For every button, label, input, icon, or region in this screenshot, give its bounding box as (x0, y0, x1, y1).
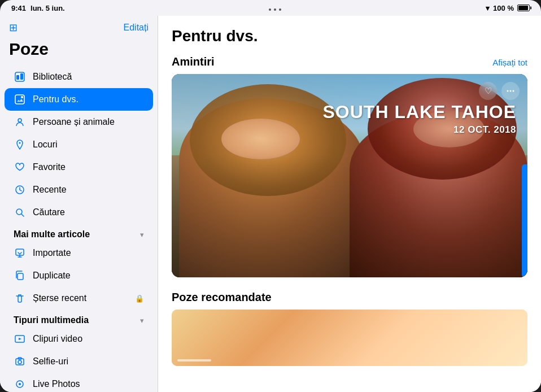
sidebar-title: Poze (0, 37, 158, 66)
sidebar: ⊞ Editați Poze Bibliotecă (0, 16, 158, 392)
sidebar-item-recente[interactable]: Recente (5, 178, 153, 201)
mai-multe-title: Mai multe articole (14, 229, 90, 239)
main-title: Pentru dvs. (172, 27, 527, 45)
sidebar-label-favorite: Favorite (33, 162, 144, 172)
battery-fill (518, 6, 528, 10)
memories-section-row: Amintiri Afișați tot (172, 55, 527, 68)
memories-label: Amintiri (172, 55, 215, 68)
sidebar-item-duplicate[interactable]: Duplicate (5, 264, 153, 287)
memory-card[interactable]: ♡ SOUTH LAKE TAHOE 12 OCT. 2018 (172, 74, 527, 277)
selfie-icon (14, 355, 26, 368)
sidebar-item-cautare[interactable]: Căutare (5, 201, 153, 224)
tipuri-section: Clipuri video Selfie-uri (0, 328, 158, 392)
memory-more-button[interactable] (501, 82, 520, 100)
svg-rect-1 (16, 75, 19, 80)
sidebar-item-live[interactable]: Live Photos (5, 373, 153, 392)
svg-point-21 (510, 90, 512, 92)
svg-point-17 (19, 383, 21, 385)
status-bar-left: 9:41 lun. 5 iun. (11, 4, 65, 12)
sidebar-label-biblioteca: Bibliotecă (33, 72, 144, 82)
sidebar-header: ⊞ Editați (0, 16, 158, 37)
sidebar-toggle-icon[interactable]: ⊞ (9, 21, 18, 34)
recommended-section: Poze recomandate (172, 291, 527, 366)
recente-icon (14, 184, 26, 196)
locuri-icon (14, 138, 26, 151)
sidebar-item-sterse[interactable]: Șterse recent 🔒 (5, 287, 153, 310)
sidebar-label-sterse: Șterse recent (33, 293, 128, 303)
importate-icon (14, 247, 26, 259)
sidebar-label-pentru-dvs: Pentru dvs. (33, 94, 144, 104)
sidebar-item-favorite[interactable]: Favorite (5, 156, 153, 178)
mai-multe-section-header[interactable]: Mai multe articole ▾ (0, 224, 158, 242)
scroll-indicator (522, 164, 527, 277)
svg-rect-11 (18, 273, 23, 280)
svg-point-20 (507, 90, 509, 92)
svg-point-6 (19, 142, 21, 144)
memory-love-button[interactable]: ♡ (479, 82, 497, 100)
sidebar-label-cautare: Căutare (33, 207, 144, 217)
svg-rect-3 (15, 95, 24, 104)
sidebar-main-section: Bibliotecă Pentru dvs. (0, 66, 158, 224)
biblioteca-icon (14, 71, 26, 83)
recommended-preview[interactable] (172, 310, 527, 366)
thumbnail-bar (177, 359, 211, 361)
app-container: ⊞ Editați Poze Bibliotecă (0, 16, 541, 392)
sidebar-item-clipuri[interactable]: Clipuri video (5, 328, 153, 350)
recommended-section-row: Poze recomandate (172, 291, 527, 304)
main-content: Pentru dvs. Amintiri Afișați tot (158, 16, 541, 392)
svg-point-4 (21, 96, 23, 98)
sidebar-item-pentru-dvs[interactable]: Pentru dvs. (5, 88, 153, 111)
wifi-icon: ▾ (486, 4, 490, 12)
sidebar-item-persoane[interactable]: Persoane și animale (5, 111, 153, 133)
sidebar-label-importate: Importate (33, 248, 144, 258)
live-icon (14, 378, 26, 390)
memory-title-block: SOUTH LAKE TAHOE 12 OCT. 2018 (322, 102, 516, 136)
sidebar-item-selfie[interactable]: Selfie-uri (5, 350, 153, 373)
persoane-icon (14, 116, 26, 128)
status-bar-center (269, 5, 281, 11)
sidebar-item-biblioteca[interactable]: Bibliotecă (5, 66, 153, 88)
svg-point-22 (513, 90, 514, 92)
memory-title-text: SOUTH LAKE TAHOE (322, 102, 516, 122)
clipuri-icon (14, 333, 26, 345)
sterse-icon (14, 292, 26, 304)
sidebar-label-persoane: Persoane și animale (33, 117, 144, 127)
mai-multe-chevron: ▾ (140, 230, 144, 239)
show-all-button[interactable]: Afișați tot (492, 58, 527, 67)
sidebar-label-recente: Recente (33, 185, 144, 195)
recommended-label: Poze recomandate (172, 291, 272, 304)
tipuri-chevron: ▾ (140, 316, 144, 325)
battery-pct: 100 % (493, 4, 514, 12)
tipuri-section-header[interactable]: Tipuri multimedia ▾ (0, 310, 158, 328)
cautare-icon (14, 206, 26, 219)
svg-point-14 (18, 360, 21, 364)
sidebar-item-locuri[interactable]: Locuri (5, 133, 153, 156)
svg-rect-2 (20, 73, 23, 80)
battery-bar (517, 5, 530, 11)
sidebar-edit-button[interactable]: Editați (124, 23, 149, 33)
recommended-thumbnail (172, 310, 527, 366)
tipuri-title: Tipuri multimedia (14, 315, 89, 325)
memory-date-text: 12 OCT. 2018 (322, 124, 516, 136)
sterse-lock-icon: 🔒 (135, 294, 144, 303)
svg-point-5 (18, 119, 21, 122)
status-day: lun. 5 iun. (30, 4, 65, 12)
status-time: 9:41 (11, 4, 26, 12)
memory-actions: ♡ (479, 82, 520, 100)
sidebar-item-importate[interactable]: Importate (5, 242, 153, 264)
sidebar-label-duplicate: Duplicate (33, 271, 144, 281)
sidebar-label-clipuri: Clipuri video (33, 334, 144, 344)
status-bar: 9:41 lun. 5 iun. ▾ 100 % (0, 0, 541, 16)
duplicate-icon (14, 269, 26, 282)
mai-multe-section: Importate Duplicate Șterse recent (0, 242, 158, 310)
svg-line-9 (21, 214, 24, 216)
status-bar-right: ▾ 100 % (486, 4, 530, 12)
sidebar-label-selfie: Selfie-uri (33, 356, 144, 367)
pentru-dvs-icon (14, 93, 26, 106)
favorite-icon (14, 161, 26, 173)
sidebar-label-locuri: Locuri (33, 140, 144, 150)
sidebar-label-live: Live Photos (33, 379, 144, 389)
